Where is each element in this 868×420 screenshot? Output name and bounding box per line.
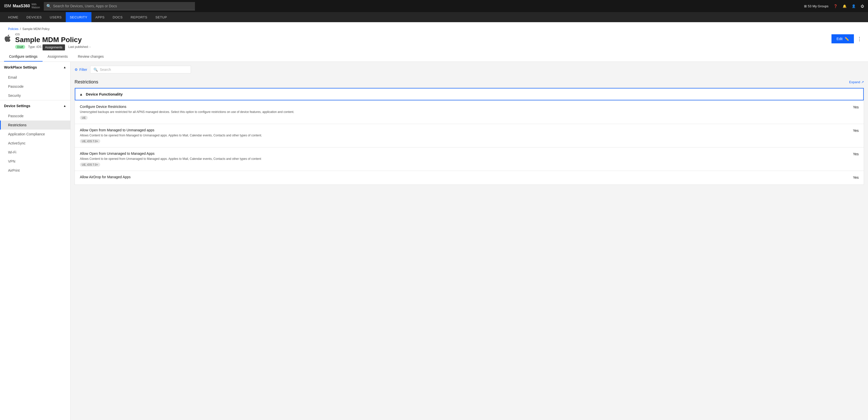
ibm-label: IBM	[4, 4, 11, 8]
assignments-tooltip: Assignments	[42, 45, 65, 50]
setting-name-2: Allow Open from Unmanaged to Managed App…	[80, 151, 848, 156]
restrictions-title: Restrictions	[74, 79, 98, 85]
search-icon: 🔍	[46, 4, 51, 8]
sidebar-device-items: Passcode Restrictions Application Compli…	[0, 111, 70, 175]
setting-value-2: Yes	[853, 151, 859, 156]
content-area: ⚙ Filter 🔍 Restrictions Expand ↗ ▲ Devic…	[70, 62, 868, 420]
brand-logo[interactable]: IBM MaaS360 WithWatson	[4, 3, 40, 9]
expand-icon: ↗	[861, 80, 864, 84]
accordion-device-functionality: ▲ Device Functionality Configure Device …	[74, 88, 864, 185]
header-actions: Edit ✏️ ⋮	[832, 34, 864, 44]
sidebar-section-workplace[interactable]: WorkPlace Settings ▲	[0, 62, 70, 73]
notifications-icon[interactable]: 🔔	[842, 4, 846, 8]
setting-value-1: Yes	[853, 128, 859, 133]
sidebar-item-activesync[interactable]: ActiveSync	[0, 139, 70, 148]
breadcrumb-current: Sample MDM Policy	[23, 27, 50, 31]
tag: UE, iOS 7.0+	[80, 163, 100, 167]
sidebar-workplace-items: Email Passcode Security	[0, 73, 70, 100]
more-options-button[interactable]: ⋮	[855, 34, 864, 44]
filter-button[interactable]: ⚙ Filter	[74, 66, 87, 73]
setting-value-3: Yes	[853, 175, 859, 179]
page-title-row: iOS Sample MDM Policy Draft Type: iOS MD…	[4, 33, 864, 49]
tabs-bar: Configure settings Assignments Assignmen…	[4, 52, 864, 61]
expand-label: Expand	[849, 80, 860, 84]
setting-tags-1: UE, iOS 7.0+	[80, 139, 848, 143]
sidebar-item-restrictions[interactable]: Restrictions	[0, 120, 70, 130]
setting-desc-0: Unencrypted backups are restricted for a…	[80, 110, 848, 114]
table-row: Allow Open from Unmanaged to Managed App…	[75, 147, 864, 171]
search-content-wrapper: 🔍	[90, 66, 191, 73]
sidebar-item-passcode-dev[interactable]: Passcode	[0, 111, 70, 120]
setting-name-1: Allow Open from Managed to Unmanaged app…	[80, 128, 848, 132]
menu-home[interactable]: HOME	[4, 12, 23, 22]
menu-devices[interactable]: DEVICES	[23, 12, 46, 22]
top-navigation: IBM MaaS360 WithWatson 🔍 ⊞ 53 My Groups …	[0, 0, 868, 12]
my-groups-icon: ⊞	[804, 4, 807, 8]
apple-icon	[4, 34, 12, 42]
accordion-title: Device Functionality	[86, 92, 123, 96]
setting-left-2: Allow Open from Unmanaged to Managed App…	[80, 151, 853, 167]
menu-setup[interactable]: SETUP	[151, 12, 171, 22]
sidebar-item-email[interactable]: Email	[0, 73, 70, 82]
menu-bar: HOME DEVICES USERS SECURITY APPS DOCS RE…	[0, 12, 868, 22]
sidebar-item-passcode-wp[interactable]: Passcode	[0, 82, 70, 91]
setting-left-3: Allow AirDrop for Managed Apps	[80, 175, 853, 180]
setting-desc-2: Allows Content to be opened from Unmanag…	[80, 157, 848, 161]
nav-actions: ⊞ 53 My Groups ❓ 🔔 👤 ⏻	[804, 4, 864, 8]
main-content: WorkPlace Settings ▲ Email Passcode Secu…	[0, 62, 868, 420]
sidebar-item-vpn[interactable]: VPN	[0, 157, 70, 166]
setting-desc-1: Allows Content to be opened from Managed…	[80, 133, 848, 138]
setting-left-0: Configure Device Restrictions Unencrypte…	[80, 105, 853, 120]
menu-apps[interactable]: APPS	[91, 12, 109, 22]
sidebar-item-app-compliance[interactable]: Application Compliance	[0, 130, 70, 139]
breadcrumb-separator: /	[20, 27, 21, 31]
sidebar-section-device-label: Device Settings	[4, 104, 30, 108]
edit-button[interactable]: Edit ✏️	[832, 34, 854, 44]
maas-label: MaaS360	[12, 4, 30, 8]
chevron-up-icon-2: ▲	[63, 104, 66, 108]
breadcrumb-parent[interactable]: Policies	[8, 27, 19, 31]
tag: UE	[80, 116, 88, 120]
accordion-header[interactable]: ▲ Device Functionality	[75, 88, 864, 100]
my-groups-button[interactable]: ⊞ 53 My Groups	[804, 4, 829, 8]
accordion-content: Configure Device Restrictions Unencrypte…	[75, 100, 864, 185]
menu-security[interactable]: SECURITY	[66, 12, 91, 22]
setting-value-0: Yes	[853, 105, 859, 109]
sidebar-section-device[interactable]: Device Settings ▲	[0, 100, 70, 111]
setting-tags-0: UE	[80, 116, 848, 120]
menu-docs[interactable]: DOCS	[108, 12, 127, 22]
sidebar-item-wifi[interactable]: Wi-Fi	[0, 148, 70, 157]
ios-label: iOS	[15, 33, 90, 36]
tab-configure-settings[interactable]: Configure settings	[4, 52, 42, 61]
help-icon[interactable]: ❓	[834, 4, 838, 8]
table-row: Configure Device Restrictions Unencrypte…	[75, 100, 864, 124]
global-search-wrapper: 🔍	[44, 2, 195, 10]
setting-name-0: Configure Device Restrictions	[80, 105, 848, 109]
tab-review-changes[interactable]: Review changes	[73, 52, 109, 61]
chevron-up-icon: ▲	[63, 65, 66, 69]
expand-button[interactable]: Expand ↗	[849, 80, 864, 84]
tag: UE, iOS 7.0+	[80, 139, 100, 143]
edit-icon: ✏️	[844, 37, 849, 41]
content-toolbar: ⚙ Filter 🔍	[74, 66, 864, 73]
sidebar-item-security[interactable]: Security	[0, 91, 70, 100]
last-published-label: Last published: -	[68, 45, 90, 49]
menu-reports[interactable]: REPORTS	[127, 12, 151, 22]
global-search-input[interactable]	[44, 2, 195, 10]
menu-users[interactable]: USERS	[46, 12, 66, 22]
content-search-input[interactable]	[100, 67, 188, 72]
my-groups-label: My Groups	[812, 4, 829, 8]
filter-icon: ⚙	[74, 67, 78, 72]
sidebar: WorkPlace Settings ▲ Email Passcode Secu…	[0, 62, 70, 420]
draft-badge: Draft	[15, 45, 25, 49]
tab-assignments[interactable]: Assignments	[42, 52, 73, 61]
watson-label: WithWatson	[31, 3, 40, 9]
user-icon[interactable]: 👤	[851, 4, 856, 8]
edit-label: Edit	[837, 37, 842, 41]
page-header: Policies / Sample MDM Policy iOS Sample …	[0, 22, 868, 62]
sidebar-item-airprint[interactable]: AirPrint	[0, 166, 70, 175]
filter-label: Filter	[79, 67, 87, 72]
power-icon[interactable]: ⏻	[861, 4, 864, 8]
sidebar-section-workplace-label: WorkPlace Settings	[4, 65, 37, 69]
restrictions-header: Restrictions Expand ↗	[74, 77, 864, 88]
